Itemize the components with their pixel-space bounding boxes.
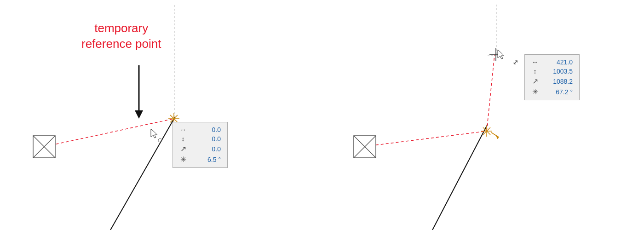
svg-line-14 — [432, 124, 488, 230]
right-icon-1: ↔ — [529, 58, 540, 67]
right-row-4: ✳ 67.2 ° — [529, 86, 575, 97]
left-row-1: ↔ 0.0 — [178, 125, 223, 134]
svg-marker-13 — [151, 129, 157, 138]
right-value-2: 1003.5 — [540, 67, 575, 76]
svg-marker-24 — [498, 50, 504, 59]
left-icon-1: ↔ — [178, 125, 189, 134]
left-icon-4: ✳ — [178, 154, 189, 165]
left-value-1: 0.0 — [189, 125, 223, 134]
right-row-2: ↕ 1003.5 — [529, 67, 575, 76]
svg-marker-11 — [135, 110, 143, 119]
left-value-3: 0.0 — [189, 144, 223, 154]
left-info-box: ↔ 0.0 ↕ 0.0 ↗ 0.0 ✳ 6.5 ° — [172, 122, 228, 168]
svg-line-0 — [110, 117, 175, 230]
left-icon-3: ↗ — [178, 144, 189, 154]
left-icon-2: ↕ — [178, 134, 189, 144]
left-value-2: 0.0 — [189, 134, 223, 144]
right-info-box: ↔ 421.0 ↕ 1003.5 ↗ 1088.2 ✳ 67.2 ° — [524, 54, 580, 100]
canvas-svg: ⤢ — [0, 0, 644, 230]
svg-line-17 — [366, 131, 487, 146]
right-row-1: ↔ 421.0 — [529, 58, 575, 67]
right-icon-4: ✳ — [529, 86, 540, 97]
right-value-1: 421.0 — [540, 58, 575, 67]
left-row-2: ↕ 0.0 — [178, 134, 223, 144]
right-icon-2: ↕ — [529, 67, 540, 76]
svg-text:⤢: ⤢ — [513, 58, 518, 66]
right-value-4: 67.2 ° — [540, 86, 575, 97]
svg-marker-31 — [496, 135, 499, 139]
right-icon-3: ↗ — [529, 76, 540, 86]
right-row-3: ↗ 1088.2 — [529, 76, 575, 86]
right-value-3: 1088.2 — [540, 76, 575, 86]
svg-line-18 — [487, 55, 494, 131]
left-row-4: ✳ 6.5 ° — [178, 154, 223, 165]
left-value-4: 6.5 ° — [189, 154, 223, 165]
left-row-3: ↗ 0.0 — [178, 144, 223, 154]
